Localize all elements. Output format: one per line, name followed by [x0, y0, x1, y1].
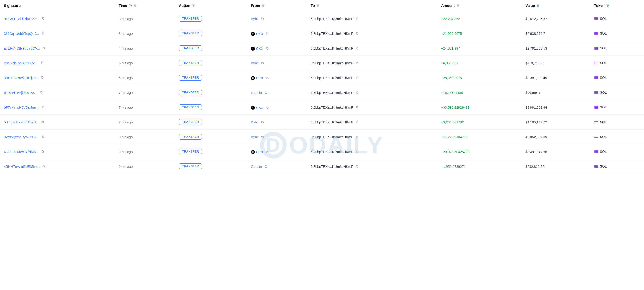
signature-copy-icon[interactable] — [41, 61, 44, 64]
okx-icon: ✕ — [251, 32, 255, 36]
to-copy-icon[interactable] — [356, 47, 359, 50]
to-filter-icon[interactable] — [316, 4, 320, 7]
svg-rect-4 — [594, 18, 598, 18]
okx-icon: ✕ — [251, 106, 255, 110]
signature-link[interactable]: 4sAhiFFxJWSYfNMK... — [4, 150, 39, 154]
col-to: To — [307, 0, 437, 11]
sol-icon — [594, 120, 598, 124]
to-address: 6t8LbpTEXz...Kf3mkoHKmF — [311, 135, 359, 139]
from-copy-icon[interactable] — [261, 17, 264, 20]
svg-rect-60 — [594, 152, 598, 153]
signature-copy-icon[interactable] — [40, 76, 44, 79]
value-amount: $2,672,786.37 — [526, 17, 547, 21]
to-copy-icon[interactable] — [356, 150, 359, 153]
to-copy-icon[interactable] — [356, 17, 359, 20]
signature-link[interactable]: 3RNTTkcsWkjHtEj7c... — [4, 76, 38, 80]
from-copy-icon[interactable] — [266, 106, 269, 109]
signature-link[interactable]: 5mBhHTHkjjdZ8nB8... — [4, 91, 38, 95]
value-filter-icon[interactable] — [536, 4, 540, 7]
to-copy-icon[interactable] — [356, 106, 359, 109]
signature-copy-icon[interactable] — [41, 32, 44, 35]
to-copy-icon[interactable] — [356, 165, 359, 168]
svg-rect-10 — [594, 32, 598, 33]
action-badge: TRANSFER — [179, 75, 202, 81]
signature-link[interactable]: 5jThpFnExsHPBFwzf... — [4, 120, 39, 124]
table-row: 2US7bk7oqJCCE6v1... 6 hrs agoTRANSFER By… — [0, 56, 644, 70]
time-filter-icon[interactable] — [133, 4, 137, 7]
cell-value: $2,791,568.53 — [522, 41, 590, 56]
signature-link[interactable]: abERdYJ3bi9boYdQV... — [4, 47, 40, 50]
action-filter-icon[interactable] — [192, 4, 195, 7]
from-copy-icon[interactable] — [264, 91, 268, 94]
signature-copy-icon[interactable] — [42, 165, 45, 168]
value-amount: $3,491,047.66 — [526, 150, 547, 154]
signature-link[interactable]: 389CqhUeh6RdpQqJ... — [4, 32, 39, 36]
cell-value: $3,991,862.84 — [522, 100, 590, 115]
signature-link[interactable]: 3oZVSPBdU7dpTp6K... — [4, 17, 40, 21]
action-badge: TRANSFER — [179, 31, 202, 36]
to-address: 6t8LbpTEXz...Kf3mkoHKmF — [311, 47, 359, 50]
from-link[interactable]: OKX — [256, 32, 263, 36]
signature-copy-icon[interactable] — [42, 17, 45, 20]
to-copy-icon[interactable] — [356, 62, 359, 65]
from-copy-icon[interactable] — [266, 76, 269, 80]
from-link[interactable]: Bybit — [251, 120, 258, 124]
to-copy-icon[interactable] — [356, 135, 359, 138]
to-copy-icon[interactable] — [356, 76, 359, 79]
from-link[interactable]: Bybit — [251, 61, 258, 65]
from-copy-icon[interactable] — [264, 165, 268, 168]
from-link[interactable]: OKX — [256, 76, 263, 80]
signature-link[interactable]: 9WdoQwnnRyAJYGx... — [4, 135, 39, 139]
signature-copy-icon[interactable] — [41, 135, 44, 138]
from-link[interactable]: OKX — [256, 47, 263, 51]
amount-filter-icon[interactable] — [456, 4, 460, 7]
to-copy-icon[interactable] — [356, 91, 359, 94]
token-info: SOL — [594, 46, 640, 50]
cell-time: 4 hrs ago — [115, 41, 175, 56]
svg-rect-46 — [594, 121, 598, 121]
svg-rect-53 — [594, 136, 598, 137]
from-copy-icon[interactable] — [261, 62, 264, 65]
from-link[interactable]: OKX — [256, 106, 263, 110]
time-clock-icon[interactable] — [128, 4, 132, 7]
signature-copy-icon[interactable] — [42, 105, 45, 109]
from-link[interactable]: Bybit — [251, 135, 258, 139]
from-copy-icon[interactable] — [261, 120, 264, 124]
token-filter-icon[interactable] — [606, 4, 610, 7]
signature-copy-icon[interactable] — [41, 150, 44, 153]
signature-copy-icon[interactable] — [41, 120, 44, 123]
signature-link[interactable]: bFTvxYrwN8V5exhac... — [4, 105, 39, 109]
to-copy-icon[interactable] — [356, 120, 359, 124]
signature-link[interactable]: 2US7bk7oqJCCE6v1... — [4, 61, 39, 65]
svg-rect-3 — [356, 18, 358, 20]
to-address: 6t8LbpTEXz...Kf3mkoHKmF — [311, 105, 359, 109]
from-copy-icon[interactable] — [261, 135, 264, 138]
signature-link[interactable]: 4RNHTqyyiqSUE35cy... — [4, 165, 40, 169]
from-copy-icon[interactable] — [266, 47, 269, 50]
svg-rect-21 — [356, 62, 358, 64]
table-header-row: Signature Time — [0, 0, 644, 11]
svg-rect-8 — [267, 33, 268, 35]
from-copy-icon[interactable] — [266, 32, 269, 35]
signature-copy-icon[interactable] — [40, 91, 43, 94]
cell-token: SOL — [590, 70, 644, 85]
to-copy-icon[interactable] — [356, 32, 359, 35]
from-copy-icon[interactable] — [266, 150, 269, 154]
transactions-table: Signature Time — [0, 0, 644, 174]
from-link[interactable]: Gate.io — [251, 165, 262, 169]
amount-value: +33,590.22928429 — [441, 105, 469, 109]
from-link[interactable]: Bybit — [251, 17, 258, 21]
action-badge: TRANSFER — [179, 163, 202, 169]
from-link[interactable]: OKX — [256, 150, 263, 154]
from-filter-icon[interactable] — [261, 4, 265, 7]
from-link[interactable]: Gate.io — [251, 91, 262, 95]
to-address: 6t8LbpTEXz...Kf3mkoHKmF — [311, 150, 359, 154]
cell-from: ✕ OKX — [247, 41, 307, 56]
cell-from: Gate.io — [247, 159, 307, 174]
to-address: 6t8LbpTEXz...Kf3mkoHKmF — [311, 32, 359, 36]
token-info: SOL — [594, 105, 640, 109]
amount-value: +1,959.2739271 — [441, 165, 466, 169]
signature-copy-icon[interactable] — [42, 47, 45, 50]
cell-time: 3 hrs ago — [115, 11, 175, 26]
cell-to: 6t8LbpTEXz...Kf3mkoHKmF — [307, 144, 437, 159]
